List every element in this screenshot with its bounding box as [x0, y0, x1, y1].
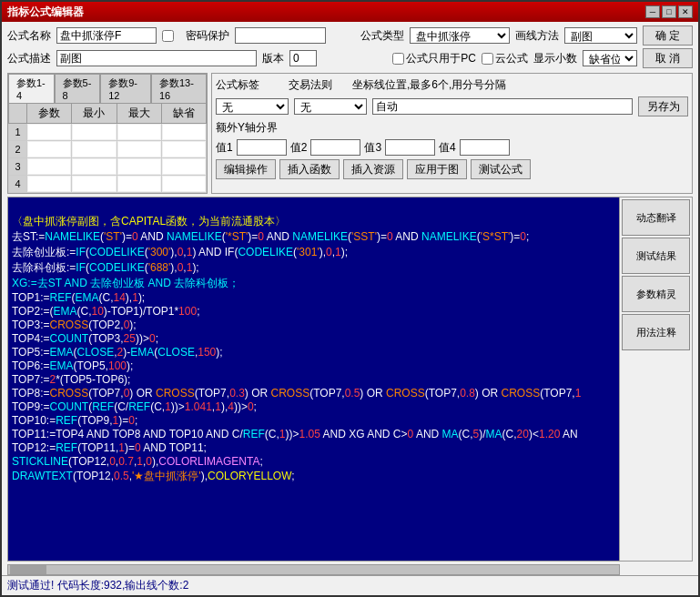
close-button[interactable]: ✕ [678, 5, 693, 18]
save-as-button[interactable]: 另存为 [638, 96, 688, 116]
value4-label: 值4 [439, 140, 456, 156]
code-line-1: 去ST:=NAMELIKE('ST')=0 AND NAMELIKE('*ST'… [12, 230, 529, 243]
max-4-input[interactable] [118, 177, 160, 191]
coord-input[interactable] [372, 98, 633, 115]
pc-only-label: 公式只用于PC [392, 51, 476, 66]
default-4-input[interactable] [163, 177, 205, 191]
rules-select[interactable]: 无 [294, 98, 367, 115]
main-window: 指标公式编辑器 ─ □ ✕ 公式名称 密码保护 公式类型 盘中抓涨停 画线方法 [0, 0, 700, 597]
row-num-3: 3 [9, 158, 27, 176]
min-3-input[interactable] [73, 159, 115, 174]
confirm-button[interactable]: 确 定 [643, 25, 693, 46]
table-row: 4 [9, 176, 207, 193]
display-digits-label: 显示小数 [533, 51, 577, 66]
default-1-input[interactable] [163, 125, 205, 139]
yaxis-val2-input[interactable] [310, 139, 360, 156]
params-col-max: 最大 [117, 104, 161, 124]
horizontal-scrollbar[interactable] [7, 564, 620, 575]
pc-only-checkbox[interactable] [392, 53, 404, 65]
code-line-10: TOP6:=EMA(TOP5,100); [12, 359, 133, 372]
min-1-input[interactable] [73, 125, 115, 139]
yaxis-val3-input[interactable] [385, 139, 435, 156]
code-line-12: TOP8:=CROSS(TOP7,0) OR CROSS(TOP7,0.3) O… [12, 387, 581, 400]
trading-rules-label: 交易法则 [289, 77, 332, 93]
params-col-num [9, 104, 27, 124]
insert-fn-button[interactable]: 插入函数 [279, 159, 340, 179]
editor-sidebar: 动态翻译 测试结果 参数精灵 用法注释 [619, 197, 692, 561]
yaxis-label: 额外Y轴分界 [216, 120, 278, 136]
params-col-min: 最小 [72, 104, 117, 124]
tags-select[interactable]: 无 [216, 98, 289, 115]
cell-max-1 [117, 124, 161, 141]
title-buttons: ─ □ ✕ [645, 5, 693, 18]
params-table: 参数 最小 最大 缺省 1 2 [8, 103, 207, 193]
version-input[interactable] [289, 50, 317, 66]
cell-default-1 [161, 124, 206, 141]
dynamic-translate-button[interactable]: 动态翻译 [622, 199, 690, 236]
maximize-button[interactable]: □ [662, 5, 676, 18]
apply-chart-button[interactable]: 应用于图 [407, 159, 467, 179]
params-tab-5-8[interactable]: 参数5-8 [55, 74, 101, 103]
cell-param-1 [27, 124, 72, 141]
code-line-5: TOP1:=REF(EMA(C,14),1); [12, 291, 145, 304]
formula-desc-input[interactable] [56, 50, 257, 66]
yaxis-val4-input[interactable] [460, 139, 510, 156]
row-num-2: 2 [9, 141, 27, 158]
param-2-input[interactable] [28, 142, 70, 157]
min-4-input[interactable] [73, 177, 115, 191]
code-editor[interactable]: 〈盘中抓涨停副图，含CAPITAL函数，为当前流通股本〉 去ST:=NAMELI… [8, 197, 619, 561]
yaxis-val1-input[interactable] [237, 139, 287, 156]
draw-method-select[interactable]: 副图 [564, 27, 637, 44]
formula-type-select[interactable]: 盘中抓涨停 [410, 27, 510, 44]
status-bar: 测试通过! 代码长度:932,输出线个数:2 [2, 575, 698, 595]
default-2-input[interactable] [163, 142, 205, 157]
code-line-9: TOP5:=EMA(CLOSE,2)-EMA(CLOSE,150); [12, 346, 223, 359]
code-line-17: STICKLINE(TOP12,0,0.7,1,0),COLORLIMAGENT… [12, 455, 263, 468]
params-col-default: 缺省 [161, 104, 206, 124]
min-2-input[interactable] [73, 142, 115, 157]
usage-notes-button[interactable]: 用法注释 [622, 314, 690, 350]
code-line-3: 去除科创板:=IF(CODELIKE('688'),0,1); [12, 261, 199, 274]
display-digits-select[interactable]: 缺省位数 [583, 50, 637, 66]
cancel-button[interactable]: 取 消 [643, 48, 693, 68]
params-tab-1-4[interactable]: 参数1-4 [8, 74, 55, 103]
status-text: 测试通过! 代码长度:932,输出线个数:2 [7, 578, 188, 593]
formula-tags-label: 公式标签 [216, 77, 259, 93]
cloud-checkbox[interactable] [482, 53, 493, 65]
params-tab-13-16[interactable]: 参数13-16 [151, 74, 207, 103]
formula-name-input[interactable] [56, 27, 157, 44]
params-col-param: 参数 [27, 104, 72, 124]
test-results-button[interactable]: 测试结果 [622, 238, 690, 274]
password-input[interactable] [235, 27, 326, 44]
default-3-input[interactable] [163, 159, 205, 174]
max-3-input[interactable] [118, 159, 160, 174]
password-label: 密码保护 [186, 28, 229, 44]
code-line-14: TOP10:=REF(TOP9,1)=0; [12, 414, 137, 427]
value1-label: 值1 [216, 140, 233, 156]
window-title: 指标公式编辑器 [7, 5, 84, 20]
row-num-4: 4 [9, 176, 27, 193]
param-summary-button[interactable]: 参数精灵 [622, 276, 690, 312]
code-line-11: TOP7:=2*(TOP5-TOP6); [12, 373, 130, 386]
insert-res-button[interactable]: 插入资源 [343, 159, 403, 179]
version-label: 版本 [262, 51, 284, 66]
max-1-input[interactable] [118, 125, 160, 139]
code-line-16: TOP12:=REF(TOP11,1)=0 AND TOP11; [12, 441, 207, 454]
draw-method-label: 画线方法 [515, 28, 559, 44]
max-2-input[interactable] [118, 142, 160, 157]
code-line-2: 去除创业板:=IF(CODELIKE('300'),0,1) AND IF(CO… [12, 246, 348, 258]
params-tab-9-12[interactable]: 参数9-12 [100, 74, 151, 103]
code-line-18: DRAWTEXT(TOP12,0.5,'★盘中抓涨停'),COLORYELLOW… [12, 470, 295, 482]
table-row: 1 [9, 124, 207, 141]
edit-op-button[interactable]: 编辑操作 [216, 159, 276, 179]
cloud-formula-label: 云公式 [482, 51, 528, 66]
test-formula-button[interactable]: 测试公式 [471, 159, 531, 179]
param-4-input[interactable] [28, 177, 70, 191]
param-3-input[interactable] [28, 159, 70, 174]
param-1-input[interactable] [28, 125, 70, 139]
formula-type-label: 公式类型 [360, 28, 404, 44]
minimize-button[interactable]: ─ [645, 5, 660, 18]
table-row: 2 [9, 141, 207, 158]
cell-min-1 [72, 124, 117, 141]
password-checkbox[interactable] [162, 30, 174, 42]
